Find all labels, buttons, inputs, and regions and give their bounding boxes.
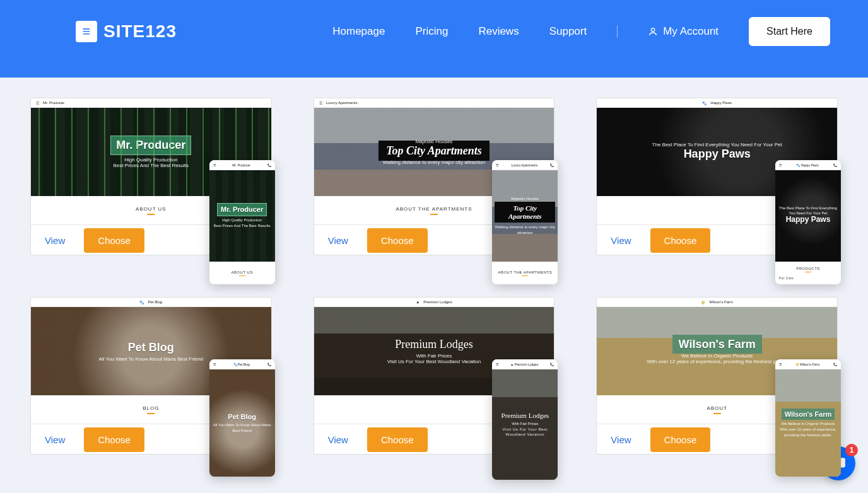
choose-button[interactable]: Choose xyxy=(84,228,144,253)
svg-point-0 xyxy=(652,28,655,31)
template-mobile-preview[interactable]: ☰▲ Premium Lodges📞 Premium Lodges With F… xyxy=(492,359,558,480)
view-link[interactable]: View xyxy=(45,434,65,445)
view-link[interactable]: View xyxy=(611,235,631,246)
logo-icon: ≡ xyxy=(76,21,97,42)
nav-divider xyxy=(617,25,618,38)
template-card: ☰Luxury Apartments Majestic Houses Top C… xyxy=(314,98,555,255)
view-link[interactable]: View xyxy=(328,235,348,246)
choose-button[interactable]: Choose xyxy=(650,228,711,253)
nav-homepage[interactable]: Homepage xyxy=(332,25,385,38)
choose-button[interactable]: Choose xyxy=(84,427,144,452)
template-mobile-preview[interactable]: ☰Mr. Producer📞 Mr. Producer High Quality… xyxy=(209,160,275,284)
nav-support[interactable]: Support xyxy=(549,25,587,38)
template-card: ☰Mr. Producer Mr. Producer High Quality … xyxy=(30,98,272,255)
start-here-button[interactable]: Start Here xyxy=(749,17,830,46)
choose-button[interactable]: Choose xyxy=(367,228,428,253)
template-mobile-preview[interactable]: ☰Luxury Apartments📞 Majestic Houses Top … xyxy=(492,160,558,284)
template-card: 🌾Wilson's Farm Wilson's Farm We Believe … xyxy=(596,297,838,455)
site-logo[interactable]: ≡ SITE123 xyxy=(76,21,177,42)
template-grid: ☰Mr. Producer Mr. Producer High Quality … xyxy=(0,78,868,455)
template-card: ▲Premium Lodges Premium Lodges With Fair… xyxy=(314,297,555,455)
my-account-link[interactable]: My Account xyxy=(648,25,718,38)
main-nav: Homepage Pricing Reviews Support My Acco… xyxy=(332,17,830,46)
template-card: 🐾Happy Paws The Best Place To Find Every… xyxy=(596,98,838,255)
user-icon xyxy=(648,26,658,37)
template-mobile-preview[interactable]: ☰🌾 Wilson's Farm📞 Wilson's Farm We Belie… xyxy=(775,359,841,477)
my-account-label: My Account xyxy=(663,25,718,38)
logo-text: SITE123 xyxy=(103,21,177,42)
template-mobile-preview[interactable]: ☰🐾 Pet Blog📞 Pet Blog All You Want To Kn… xyxy=(209,359,275,477)
template-mobile-preview[interactable]: ☰🐾 Happy Paws📞 The Best Place To Find Ev… xyxy=(775,160,841,284)
view-link[interactable]: View xyxy=(611,434,631,445)
choose-button[interactable]: Choose xyxy=(367,427,428,452)
view-link[interactable]: View xyxy=(328,434,348,445)
nav-pricing[interactable]: Pricing xyxy=(415,25,448,38)
choose-button[interactable]: Choose xyxy=(650,427,711,452)
view-link[interactable]: View xyxy=(45,235,65,246)
site-header: ≡ SITE123 Homepage Pricing Reviews Suppo… xyxy=(0,0,868,62)
chat-unread-badge: 1 xyxy=(845,444,858,456)
header-band xyxy=(0,62,868,78)
nav-reviews[interactable]: Reviews xyxy=(478,25,519,38)
template-card: 🐾Pet Blog Pet Blog All You Want To Know … xyxy=(30,297,272,455)
